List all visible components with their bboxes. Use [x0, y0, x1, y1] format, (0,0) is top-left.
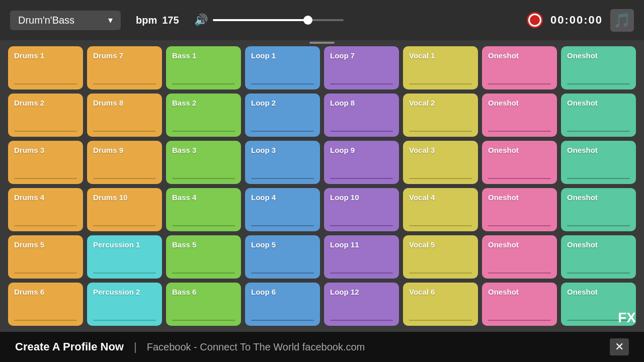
pad-underline	[251, 178, 314, 179]
pad-button[interactable]: Oneshot	[482, 141, 557, 184]
pad-button[interactable]: Loop 3	[245, 141, 320, 184]
genre-label: Drum'n'Bass	[18, 15, 74, 26]
header: Drum'n'Bass ▾ bpm 175 🔊 00:00:00 🎵	[0, 0, 644, 40]
pad-underline	[409, 225, 472, 226]
pad-label: Loop 6	[251, 288, 276, 296]
pad-button[interactable]: Oneshot	[482, 188, 557, 231]
pad-label: Bass 3	[172, 146, 196, 154]
pad-button[interactable]: Bass 2	[166, 94, 241, 137]
pad-button[interactable]: Oneshot	[561, 188, 636, 231]
pad-button[interactable]: Loop 9	[324, 141, 399, 184]
pad-button[interactable]: Vocal 1	[403, 46, 478, 89]
pad-button[interactable]: Oneshot	[561, 235, 636, 279]
pad-label: Drums 1	[14, 51, 44, 60]
pad-button[interactable]: Drums 5	[8, 235, 83, 279]
record-section: 00:00:00 🎵	[527, 9, 634, 32]
pad-label: Vocal 5	[409, 240, 435, 249]
pad-underline	[93, 178, 156, 179]
ad-divider: |	[134, 340, 137, 353]
pad-label: Loop 1	[251, 51, 276, 60]
pad-underline	[409, 273, 472, 274]
pad-button[interactable]: Oneshot	[482, 283, 557, 326]
pad-button[interactable]: Loop 11	[324, 235, 399, 279]
pad-button[interactable]: Drums 3	[8, 141, 83, 184]
pad-underline	[172, 131, 235, 132]
pad-button[interactable]: Vocal 3	[403, 141, 478, 184]
pad-label: Oneshot	[488, 51, 519, 60]
pad-label: Bass 2	[172, 99, 196, 107]
pad-button[interactable]: Bass 1	[166, 46, 241, 89]
pad-button[interactable]: Drums 1	[8, 46, 83, 89]
fx-label[interactable]: FX	[618, 310, 636, 326]
pad-button[interactable]: Oneshot	[561, 46, 636, 89]
pad-underline	[488, 320, 551, 321]
pad-button[interactable]: Bass 5	[166, 235, 241, 279]
pad-button[interactable]: Loop 5	[245, 235, 320, 279]
pad-button[interactable]: Drums 10	[87, 188, 162, 231]
pad-button[interactable]: Loop 12	[324, 283, 399, 326]
pad-label: Oneshot	[488, 288, 519, 296]
pad-button[interactable]: Loop 1	[245, 46, 320, 89]
pad-underline	[14, 225, 77, 226]
pad-underline	[172, 320, 235, 321]
pad-button[interactable]: Drums 6	[8, 283, 83, 326]
pad-button[interactable]: Drums 7	[87, 46, 162, 89]
pad-button[interactable]: Vocal 5	[403, 235, 478, 279]
bpm-section: bpm 175	[136, 15, 179, 26]
pad-button[interactable]: Oneshot	[561, 94, 636, 137]
pad-underline	[172, 225, 235, 226]
pad-button[interactable]: Vocal 6	[403, 283, 478, 326]
volume-slider[interactable]	[213, 19, 344, 21]
pad-label: Drums 3	[14, 146, 44, 154]
volume-thumb	[303, 16, 312, 25]
ad-main-text: Create A Profile Now	[15, 340, 124, 353]
record-button[interactable]	[527, 12, 543, 28]
pad-underline	[93, 83, 156, 84]
volume-icon: 🔊	[194, 14, 208, 27]
pad-button[interactable]: Drums 9	[87, 141, 162, 184]
genre-selector[interactable]: Drum'n'Bass ▾	[10, 11, 121, 30]
pad-button[interactable]: Loop 8	[324, 94, 399, 137]
pad-underline	[251, 83, 314, 84]
music-library-icon[interactable]: 🎵	[610, 9, 634, 32]
pad-underline	[488, 178, 551, 179]
pad-underline	[251, 320, 314, 321]
pad-underline	[567, 225, 630, 226]
pad-button[interactable]: Drums 8	[87, 94, 162, 137]
pad-label: Vocal 2	[409, 99, 435, 107]
pad-label: Bass 4	[172, 193, 196, 202]
pad-button[interactable]: Loop 6	[245, 283, 320, 326]
pad-button[interactable]: Bass 3	[166, 141, 241, 184]
bpm-label: bpm	[136, 15, 157, 26]
pad-label: Vocal 3	[409, 146, 435, 154]
pad-button[interactable]: Bass 4	[166, 188, 241, 231]
pad-underline	[330, 131, 393, 132]
pad-button[interactable]: Drums 4	[8, 188, 83, 231]
pad-label: Oneshot	[567, 99, 598, 107]
pad-label: Drums 4	[14, 193, 44, 202]
pad-underline	[93, 131, 156, 132]
pad-underline	[409, 83, 472, 84]
pad-button[interactable]: Oneshot	[482, 235, 557, 279]
pad-underline	[409, 320, 472, 321]
pad-label: Drums 10	[93, 193, 127, 202]
pad-button[interactable]: Oneshot	[482, 94, 557, 137]
pad-underline	[93, 225, 156, 226]
pad-button[interactable]: Loop 7	[324, 46, 399, 89]
pad-button[interactable]: Loop 10	[324, 188, 399, 231]
pad-label: Drums 6	[14, 288, 44, 296]
pad-button[interactable]: Percussion 2	[87, 283, 162, 326]
pad-button[interactable]: Oneshot	[561, 141, 636, 184]
pad-underline	[93, 320, 156, 321]
pad-button[interactable]: Loop 4	[245, 188, 320, 231]
pad-button[interactable]: Bass 6	[166, 283, 241, 326]
pad-button[interactable]: Drums 2	[8, 94, 83, 137]
pad-button[interactable]: Vocal 2	[403, 94, 478, 137]
pad-button[interactable]: Vocal 4	[403, 188, 478, 231]
pad-button[interactable]: Loop 2	[245, 94, 320, 137]
pad-button[interactable]: Oneshot	[482, 46, 557, 89]
pad-underline	[567, 178, 630, 179]
pad-underline	[567, 83, 630, 84]
pad-button[interactable]: Percussion 1	[87, 235, 162, 279]
ad-close-button[interactable]: ✕	[610, 338, 629, 355]
